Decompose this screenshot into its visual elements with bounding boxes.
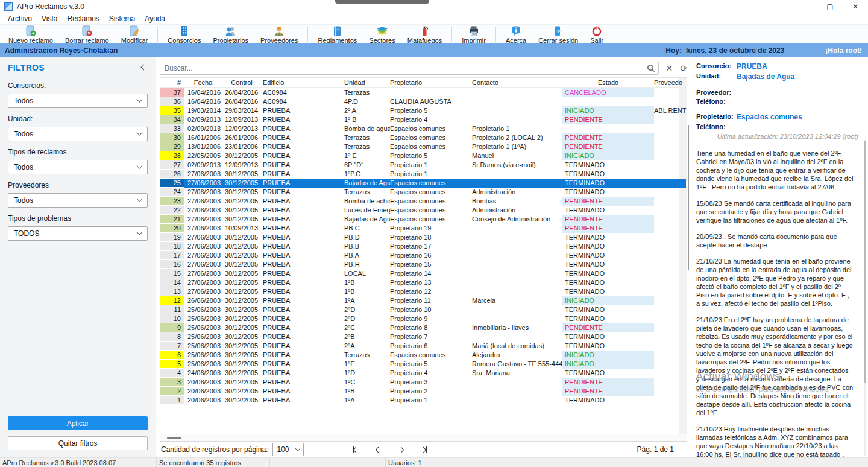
table-row[interactable]: 2627/06/200330/12/2005PRUEBA1ºP.GPropiet… — [160, 170, 678, 179]
apply-filters-button[interactable]: Aplicar — [8, 416, 148, 430]
table-row[interactable]: 320/06/200330/12/2005PRUEBA1ºCPropietari… — [160, 378, 678, 387]
col-header-contacto[interactable]: Contacto — [472, 78, 562, 88]
table-row[interactable]: 2527/06/200330/12/2005PRUEBABajadas de A… — [160, 179, 686, 188]
propietario-cell: Propietario 17 — [390, 242, 472, 251]
table-row[interactable]: 1427/06/200330/12/2005PRUEBA1ºBPropietar… — [160, 278, 678, 287]
edificio-cell: PRUEBA — [261, 124, 344, 133]
unidad-cell: 1ºA — [344, 396, 390, 405]
clear-search-icon[interactable]: ✕ — [666, 64, 673, 72]
detail-left-scrollbar[interactable] — [688, 125, 689, 270]
table-row[interactable]: 1125/06/200330/12/2005PRUEBA2ºDPropietar… — [160, 305, 678, 314]
table-row[interactable]: 120/06/200330/12/2005PRUEBA1ºAPropietari… — [160, 396, 678, 405]
edit-claim-button[interactable]: Modificar — [115, 25, 154, 43]
proveedor-cell — [654, 360, 682, 369]
imprimir-button[interactable]: Imprimir — [456, 25, 492, 43]
table-row[interactable]: 2822/05/200530/12/2005PRUEBA1º EPropieta… — [160, 151, 678, 160]
col-header-num[interactable]: # — [160, 78, 184, 88]
table-row[interactable]: 1527/06/200330/12/2005PRUEBALOCALPropiet… — [160, 269, 678, 278]
fecha-cell: 27/06/2003 — [184, 170, 222, 179]
new-claim-icon — [24, 25, 37, 37]
table-row[interactable]: 525/06/200330/12/2005PRUEBA1ºEPropietari… — [160, 360, 678, 369]
col-header-control[interactable]: Control — [222, 78, 261, 88]
table-row[interactable]: 2427/06/200330/12/2005PRUEBATerrazasEspa… — [160, 188, 678, 197]
table-row[interactable]: 1025/06/200330/12/2005PRUEBA2ºDPropietar… — [160, 314, 678, 323]
consorcios-button[interactable]: Consorcios — [162, 25, 207, 43]
table-row[interactable]: 1226/06/200330/12/2005PRUEBA1ºAPropietar… — [160, 296, 678, 305]
col-header-unidad[interactable]: Unidad — [344, 78, 390, 88]
table-row[interactable]: 2127/06/200330/12/2005PRUEBABajadas de A… — [160, 215, 678, 224]
col-header-estado[interactable]: Estado — [562, 78, 654, 88]
table-row[interactable]: 3616/04/201626/04/2016AC09844P.DCLAUDIA … — [160, 97, 678, 106]
horizontal-scrollbar-thumb[interactable] — [167, 437, 181, 439]
today-date: lunes, 23 de octubre de 2023 — [686, 46, 784, 55]
acerca-button[interactable]: Acerca — [500, 25, 532, 43]
table-row[interactable]: 2327/06/200330/12/2005PRUEBABomba de ach… — [160, 197, 678, 206]
menu-sistema[interactable]: Sistema — [104, 14, 140, 23]
consorcios-select[interactable]: Todos — [8, 94, 148, 108]
proveedores-select[interactable]: Todos — [8, 193, 148, 208]
tipos-reclamos-select[interactable]: Todos — [8, 160, 148, 174]
table-row[interactable]: 925/06/200330/12/2005PRUEBA2ºCPropietari… — [160, 323, 678, 332]
unidad-select[interactable]: Todos — [8, 127, 148, 141]
table-row[interactable]: 1327/06/200330/12/2005PRUEBA1ºBPropietar… — [160, 287, 678, 296]
estado-cell: PENDIENTE — [562, 323, 654, 332]
table-row[interactable]: 1627/06/200330/12/2005PRUEBAPB.HPropieta… — [160, 260, 678, 269]
table-row[interactable]: 3302/09/201312/09/2013PRUEBABomba de agu… — [160, 124, 678, 133]
menu-reclamos[interactable]: Reclamos — [62, 14, 104, 23]
detail-scrollbar-thumb[interactable] — [864, 141, 866, 383]
maximize-icon[interactable]: ▢ — [817, 0, 843, 13]
table-row[interactable]: 1727/06/200330/12/2005PRUEBAPB.APropieta… — [160, 251, 678, 260]
table-row[interactable]: 825/06/200330/12/2005PRUEBA2ºBPropietari… — [160, 332, 678, 342]
last-page-button[interactable] — [412, 443, 435, 456]
menu-archivo[interactable]: Archivo — [3, 14, 37, 23]
edificio-cell: PRUEBA — [261, 296, 344, 305]
horizontal-scrollbar[interactable] — [160, 434, 687, 441]
claim-note-paragraph: 21/10/23 Hoy finalmente despúes de mucha… — [696, 425, 854, 457]
table-row[interactable]: 2027/06/200310/09/2013PRUEBAPB.CPropieta… — [160, 224, 678, 233]
col-header-fecha[interactable]: Fecha — [184, 78, 222, 88]
next-page-button[interactable] — [389, 443, 412, 456]
page-info: Pág. 1 de 1 — [637, 445, 674, 454]
tipos-problemas-select[interactable]: TODOS — [8, 226, 148, 241]
sectores-button[interactable]: Sectores — [363, 25, 401, 43]
table-row[interactable]: 220/06/200330/12/2005PRUEBA1ºBPropietari… — [160, 387, 678, 396]
propietarios-button[interactable]: Propietarios — [207, 25, 254, 43]
first-page-button[interactable] — [344, 443, 366, 456]
table-row[interactable]: 3716/04/201626/04/2016AC0984TerrazasCANC… — [160, 88, 678, 97]
proveedores-button[interactable]: Proveedores — [254, 25, 304, 43]
table-row[interactable]: 1927/06/200330/12/2005PRUEBAPB.DPropieta… — [160, 233, 678, 242]
table-row[interactable]: 3402/09/201312/09/2013PRUEBA1º BPropieta… — [160, 115, 678, 124]
menu-vista[interactable]: Vista — [37, 14, 62, 23]
control-cell: 30/12/2005 — [222, 342, 261, 351]
matafuegos-button[interactable]: Matafuegos — [401, 25, 448, 43]
minimize-icon[interactable]: — — [792, 0, 817, 13]
detail-label-unidad: Unidad: — [696, 72, 737, 81]
control-cell: 30/12/2005 — [222, 251, 261, 260]
table-row[interactable]: 2702/09/201312/09/2013PRUEBA6P "D"Propie… — [160, 160, 678, 170]
per-page-select[interactable]: 100 — [272, 443, 304, 456]
cerrar-sesion-button[interactable]: Cerrar sesión — [532, 25, 584, 43]
col-header-edificio[interactable]: Edificio — [261, 78, 344, 88]
col-header-propietario[interactable]: Propietario — [390, 78, 472, 88]
table-row[interactable]: 725/06/200330/12/2005PRUEBA2ºAPropietari… — [160, 342, 678, 351]
previous-page-button[interactable] — [366, 443, 389, 456]
edificio-cell: PRUEBA — [261, 197, 344, 206]
refresh-icon[interactable]: ⟳ — [680, 64, 687, 72]
table-row[interactable]: 3519/03/201429/03/2014PRUEBA2º APropieta… — [160, 106, 678, 115]
reglamentos-button[interactable]: Reglamentos — [312, 25, 363, 43]
delete-claim-button[interactable]: Borrar reclamo — [59, 25, 115, 43]
col-header-proveedor[interactable]: Proveedor — [654, 78, 682, 88]
table-row[interactable]: 1827/06/200330/12/2005PRUEBAPB.BPropieta… — [160, 242, 678, 251]
search-input[interactable] — [160, 62, 659, 75]
collapse-sidebar-icon[interactable] — [138, 63, 148, 72]
table-row[interactable]: 3016/01/200626/01/2006PRUEBATerrazasEspa… — [160, 133, 678, 142]
table-row[interactable]: 625/06/200330/12/2005PRUEBATerrazasEspac… — [160, 351, 678, 360]
table-row[interactable]: 2227/06/200330/12/2005PRUEBALuces de Eme… — [160, 206, 678, 215]
menu-ayuda[interactable]: Ayuda — [140, 14, 170, 23]
new-claim-button[interactable]: Nuevo reclamo — [2, 25, 59, 43]
clear-filters-button[interactable]: Quitar filtros — [8, 436, 148, 450]
close-icon[interactable]: ✕ — [843, 0, 868, 13]
table-row[interactable]: 2913/01/200623/01/2006PRUEBATerrazasEspa… — [160, 142, 678, 151]
table-row[interactable]: 424/06/200330/12/2005PRUEBA1ºDPropietari… — [160, 369, 678, 378]
salir-button[interactable]: Salir — [584, 25, 609, 43]
